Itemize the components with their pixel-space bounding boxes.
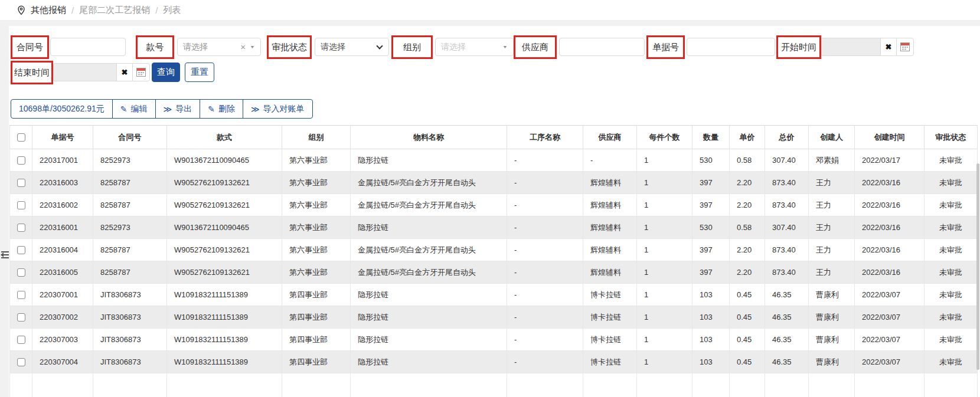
handle-bar [1,257,9,258]
table-row: 2203160048258787W9052762109132621第六事业部金属… [10,239,978,261]
table-cell [925,373,978,397]
table-cell: 第四事业部 [282,351,351,373]
column-header-7: 供应商 [583,126,637,149]
delete-button[interactable]: ✎删除 [200,100,243,118]
row-checkbox[interactable] [17,291,25,299]
table-cell: 220307002 [32,306,93,329]
calendar-icon [136,68,146,77]
row-checkbox[interactable] [17,358,25,366]
end-time-input[interactable] [53,63,116,81]
table-cell: W9052762109132621 [167,194,282,216]
table-cell: 0.45 [730,306,765,329]
table-cell [809,373,855,397]
table-cell: 46.35 [765,351,809,373]
table-cell: 邓素娟 [809,149,855,172]
table-cell: 1 [637,149,692,172]
table-cell: 1 [637,216,692,239]
vertical-scrollbar[interactable] [976,163,979,370]
table-cell [167,373,282,397]
breadcrumb-item-module[interactable]: 尾部二次工艺报销 [79,5,150,16]
app-screen: 其他报销 / 尾部二次工艺报销 / 列表 合同号 款号 请选择 × ▼ 审批状态… [0,0,980,397]
table-cell: 第六事业部 [282,261,351,284]
row-checkbox[interactable] [17,246,25,254]
contract-no-input[interactable] [50,38,126,56]
table-cell: 未审批 [925,216,978,239]
clear-date-button[interactable]: ✖ [880,38,896,56]
row-checkbox[interactable] [17,201,25,209]
table-cell: 1 [637,261,692,284]
table-cell: 103 [692,351,730,373]
column-header-3: 款式 [167,126,282,149]
table-cell: 未审批 [925,306,978,329]
table-cell: W1091832111151389 [167,306,282,329]
table-cell: 220316001 [32,216,93,239]
search-button[interactable]: 查询 [152,63,180,82]
table-cell: 220307003 [32,329,93,351]
table-cell: 曹康利 [809,329,855,351]
doc-no-input[interactable] [687,38,775,56]
table-cell: 金属拉链/5#亮白金方牙开尾自动头 [351,261,507,284]
export-button[interactable]: ≫导出 [156,100,201,118]
table-cell: 46.35 [765,306,809,329]
table-cell: - [507,216,583,239]
table-cell: W9052762109132621 [167,261,282,284]
column-header-6: 工序名称 [507,126,583,149]
table-cell: 博卡拉链 [583,329,637,351]
checkbox-cell [10,239,32,261]
breadcrumb-item-root[interactable]: 其他报销 [31,5,66,16]
row-checkbox[interactable] [17,179,25,187]
table-cell: 第六事业部 [282,194,351,216]
table-cell: W1091832111151389 [167,351,282,373]
table-cell: 1 [637,172,692,194]
pencil-icon: ✎ [120,104,128,114]
row-checkbox[interactable] [17,156,25,165]
label-text: 结束时间 [14,67,50,78]
table-cell: 未审批 [925,194,978,216]
clear-date-button[interactable]: ✖ [116,63,132,81]
table-row: 2203160018252973W9013672110090465第六事业部隐形… [10,216,978,239]
checkbox-cell [10,172,32,194]
table-cell: 2.20 [730,239,765,261]
filter-label-style-no: 款号 [136,35,174,59]
table-cell: 隐形拉链 [351,329,507,351]
approval-status-select[interactable]: 请选择 [315,38,389,56]
import-statement-button[interactable]: ≫导入对账单 [243,100,312,118]
calendar-button[interactable] [896,38,914,56]
table-cell: 王力 [809,261,855,284]
column-header-1: 单据号 [32,126,93,149]
column-header-8: 每件个数 [637,126,692,149]
row-checkbox[interactable] [17,224,25,232]
table-cell: 2.20 [730,261,765,284]
table-cell [583,373,637,397]
table-cell: W1091832111151389 [167,329,282,351]
table-cell: 103 [692,284,730,306]
table-cell: 隐形拉链 [351,149,507,172]
column-header-12: 创建人 [809,126,855,149]
table-cell: 2022/03/16 [855,172,925,194]
supplier-input[interactable] [559,38,645,56]
end-time-picker: ✖ [53,63,150,81]
row-checkbox[interactable] [17,336,25,344]
table-cell: 第六事业部 [282,149,351,172]
table-cell: 辉煌辅料 [583,239,637,261]
group-select[interactable]: 请选择 ▼ [435,38,514,56]
edit-button[interactable]: ✎编辑 [113,100,156,118]
table-cell: 未审批 [925,172,978,194]
select-placeholder: 请选择 [183,42,238,53]
button-label: 导入对账单 [263,104,305,114]
table-cell: 王力 [809,216,855,239]
select-all-checkbox[interactable] [17,133,25,142]
reset-button[interactable]: 重置 [185,63,214,82]
style-no-select[interactable]: 请选择 × ▼ [177,38,261,56]
table-cell: 873.40 [765,172,809,194]
start-time-input[interactable] [821,38,880,56]
table-cell: JIT8306873 [93,351,167,373]
row-checkbox[interactable] [17,313,25,321]
table-cell: 1 [637,194,692,216]
row-checkbox[interactable] [17,268,25,277]
checkbox-cell [10,306,32,329]
table-cell: W9013672110090465 [167,216,282,239]
table-cell [730,373,765,397]
calendar-button[interactable] [132,63,150,81]
clear-icon[interactable]: × [240,42,246,52]
